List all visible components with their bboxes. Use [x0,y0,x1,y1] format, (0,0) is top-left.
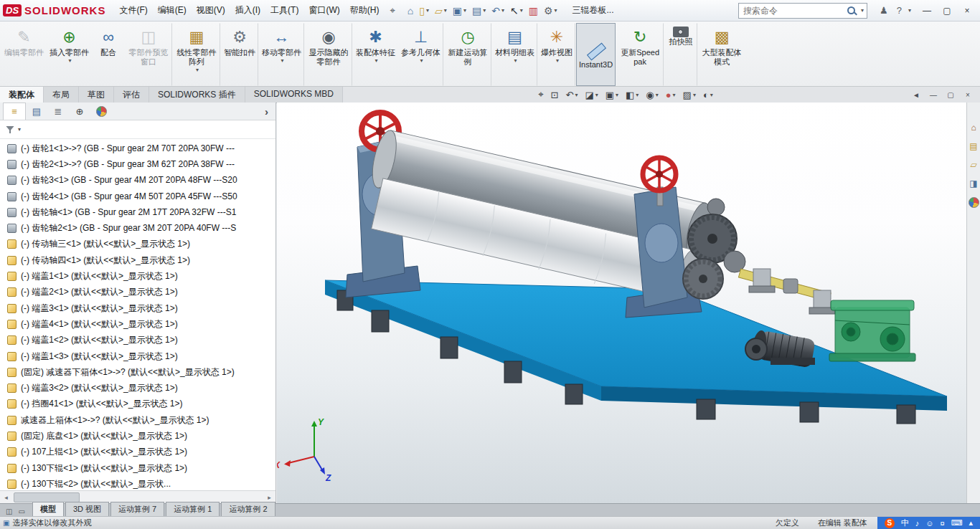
doc-restore-button[interactable]: ▢ [943,91,958,99]
dropdown-arrow-icon[interactable]: ▾ [463,7,466,14]
menu-item[interactable]: 文件(F) [114,3,152,18]
hide-show-items-button[interactable]: ◉ ▾ [643,90,661,100]
commandmanager-tab[interactable]: 草图 [79,87,114,103]
dropdown-arrow-icon[interactable]: ▾ [420,57,423,64]
dropdown-arrow-icon[interactable]: ▾ [656,92,659,98]
study-tab[interactable]: 运动算例 2 [221,502,275,516]
help-icon[interactable]: ? [893,5,905,16]
tree-item[interactable]: (-) 端盖2<1> (默认<<默认>_显示状态 1>) [0,285,275,300]
tree-item[interactable]: (-) 齿轮3<1> (GB - Spur gear 4M 20T 20PA 4… [0,173,275,189]
view-settings-button[interactable]: ◐ ▾ [700,90,716,100]
pin-menu-icon[interactable]: ⌖ [390,5,395,16]
search-box[interactable]: ▾ [738,3,867,19]
model-three-roll-bender[interactable]: Y X Z [277,103,966,503]
dropdown-arrow-icon[interactable]: ▾ [281,57,283,64]
search-input[interactable] [742,5,844,16]
tree-item[interactable]: (-) 端盖1<2> (默认<<默认>_显示状态 1>) [0,333,275,348]
dropdown-arrow-icon[interactable]: ▾ [693,92,696,98]
minimize-button[interactable]: — [917,4,937,18]
commandmanager-tab[interactable]: 装配体 [0,87,44,103]
take-snapshot-button[interactable]: 拍快照 ▾ [664,23,697,86]
commandmanager-tab[interactable]: 布局 [44,87,79,103]
reference-geometry-button[interactable]: ⊥ 参考几何体 ▾ [398,23,443,86]
undo-button[interactable]: ↶ ▾ [489,4,507,17]
dropdown-arrow-icon[interactable]: ▾ [374,57,377,64]
edit-component-button[interactable]: ✎ 编辑零部件 ▾ [1,23,47,86]
open-document-button[interactable]: ▱ ▾ [433,4,449,17]
zoom-area-button[interactable]: ⊡ ▾ [548,90,562,100]
scroll-right-icon[interactable]: ▸ [263,494,275,501]
edit-appearance-button[interactable]: ● ▾ [663,90,679,100]
search-dropdown-icon[interactable]: ▾ [861,7,864,14]
menu-item[interactable]: 编辑(E) [153,3,192,18]
sogou-input-icon[interactable]: S [885,518,895,528]
tree-item[interactable]: (固定) 减速器下箱体<1>->? (默认<<默认>_显示状态 1>) [0,364,275,380]
tree-item[interactable]: (-) 107上辊<1> (默认<<默认>_显示状态 1>) [0,444,275,460]
doc-close-button[interactable]: × [960,91,976,99]
new-motion-study-button[interactable]: ◷ 新建运动算例 ▾ [444,23,491,86]
menu-item[interactable]: 工具(T) [265,3,303,18]
rebuild-button[interactable]: ▥ ▾ [527,4,540,17]
dropdown-arrow-icon[interactable]: ▾ [426,7,429,14]
tree-item[interactable]: (-) 传动轴四<1> (默认<<默认>_显示状态 1>) [0,252,275,268]
speaker-icon[interactable]: ♪ [915,519,920,528]
view-orientation-button[interactable]: ▣ ▾ [603,90,621,100]
tree-item[interactable]: (-) 端盖3<2> (默认<<默认>_显示状态 1>) [0,380,275,396]
configurationmanager-tab[interactable]: ≣ [47,103,69,120]
tree-item[interactable]: 减速器上箱体<1>->? (默认<<默认>_显示状态 1>) [0,412,275,428]
dropdown-arrow-icon[interactable]: ▾ [444,7,447,14]
study-tab[interactable]: 3D 视图 [65,502,109,516]
dropdown-arrow-icon[interactable]: ▾ [68,57,71,64]
dropdown-arrow-icon[interactable]: ▾ [575,92,578,98]
linear-component-pattern-button[interactable]: ▦ 线性零部件阵列 ▾ [173,23,220,86]
tree-item[interactable]: (-) 端盖4<1> (默认<<默认>_显示状态 1>) [0,316,275,332]
design-library-tab[interactable]: ▤ [968,140,980,153]
restore-button[interactable]: ▢ [937,4,957,18]
tree-item[interactable]: (固定) 底盘<1> (默认<<默认>_显示状态 1>) [0,428,275,444]
commandmanager-tab[interactable]: SOLIDWORKS 插件 [149,87,245,103]
show-hidden-components-button[interactable]: ◉ 显示隐藏的零部件 ▾ [305,23,352,86]
exploded-view-button[interactable]: ✳ 爆炸视图 ▾ [538,23,575,86]
displaymanager-tab[interactable] [90,103,112,120]
dropdown-arrow-icon[interactable]: ▾ [556,57,559,64]
close-button[interactable]: × [957,4,977,18]
smart-fasteners-button[interactable]: ⚙ 智能扣件 ▾ [221,23,258,86]
menu-item[interactable]: 视图(V) [192,3,230,18]
print-button[interactable]: ▤ ▾ [470,4,488,17]
dropdown-arrow-icon[interactable]: ▾ [483,7,486,14]
filter-dropdown-icon[interactable]: ▾ [18,126,21,133]
tree-item[interactable]: (-) 齿轮轴<1> (GB - Spur gear 2M 17T 20PA 3… [0,204,275,220]
filter-icon[interactable] [6,125,14,134]
commandmanager-tab[interactable]: SOLIDWORKS MBD [245,87,343,103]
commandmanager-tab[interactable]: 评估 [114,87,149,103]
study-tab[interactable]: 运动算例 7 [110,502,164,516]
keyboard-icon[interactable]: ⌨ [951,518,963,528]
tree-item[interactable]: (-) 端盖1<1> (默认<<默认>_显示状态 1>) [0,268,275,284]
dropdown-arrow-icon[interactable]: ▾ [595,92,598,98]
dimxpertmanager-tab[interactable]: ⊕ [69,103,90,120]
display-style-button[interactable]: ◧ ▾ [623,90,641,100]
section-view-button[interactable]: ◪ ▾ [582,90,600,100]
bill-of-materials-button[interactable]: ▤ 材料明细表 ▾ [492,23,537,86]
graphics-area[interactable]: Y X Z [277,103,966,503]
solidworks-resources-tab[interactable]: ⌂ [968,121,980,134]
home-button[interactable]: ⌂ ▾ [405,4,415,17]
tree-item[interactable]: (-) 齿轮1<1>->? (GB - Spur gear 2M 70T 20P… [0,140,275,156]
menu-item[interactable]: 帮助(H) [345,3,385,18]
previous-window-button[interactable]: ◄ [908,91,924,99]
large-assembly-mode-button[interactable]: ▩ 大型装配体模式 ▾ [698,23,745,86]
featuremanager-tab[interactable]: ≡ [3,103,26,120]
assembly-features-button[interactable]: ✱ 装配体特征 ▾ [353,23,398,86]
mic-icon[interactable]: ¤ [940,519,944,528]
component-preview-window-button[interactable]: ◫ 零部件预览窗口 ▾ [125,23,172,86]
tree-item[interactable]: (-) 挡圈41<1> (默认<<默认>_显示状态 1>) [0,396,275,412]
tree-item[interactable]: (-) 传动轴三<1> (默认<<默认>_显示状态 1>) [0,237,275,252]
tree-item[interactable]: (-) 端盖1<3> (默认<<默认>_显示状态 1>) [0,348,275,364]
dropdown-arrow-icon[interactable]: ▾ [616,92,618,98]
study-tab[interactable]: 运动算例 1 [166,502,220,516]
dropdown-arrow-icon[interactable]: ▾ [710,92,713,98]
appearances-scenes-tab[interactable] [968,196,980,209]
file-explorer-tab[interactable]: ▱ [968,158,980,171]
tree-item[interactable]: (-) 端盖3<1> (默认<<默认>_显示状态 1>) [0,300,275,316]
tree-item[interactable]: (-) 130下辊<2> (默认<<默认>_显示状... [0,476,275,490]
